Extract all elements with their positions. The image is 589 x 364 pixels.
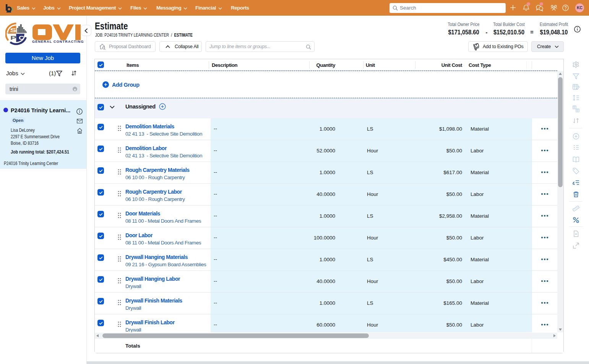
svg-text:S: S	[10, 27, 16, 33]
svg-text:C: C	[19, 34, 24, 41]
svg-text:GENERAL CONTRACTING: GENERAL CONTRACTING	[32, 40, 84, 44]
svg-text:P: P	[10, 34, 16, 41]
